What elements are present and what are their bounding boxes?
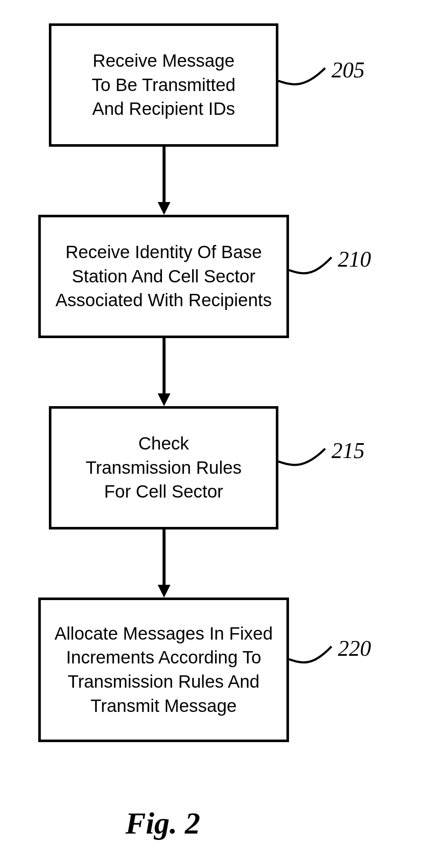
ref-label-2: 210 bbox=[338, 247, 371, 272]
arrow-1-2 bbox=[156, 147, 173, 215]
callout-4 bbox=[289, 642, 336, 676]
callout-3 bbox=[278, 444, 329, 478]
step-box-4-text: Allocate Messages In FixedIncrements Acc… bbox=[54, 622, 273, 718]
ref-label-3: 215 bbox=[332, 438, 365, 463]
ref-label-4: 220 bbox=[338, 636, 371, 661]
step-box-1-text: Receive MessageTo Be TransmittedAnd Reci… bbox=[92, 49, 235, 121]
svg-marker-1 bbox=[158, 202, 170, 215]
svg-marker-3 bbox=[158, 393, 170, 406]
step-box-3: CheckTransmission RulesFor Cell Sector bbox=[49, 406, 278, 529]
step-box-2: Receive Identity Of BaseStation And Cell… bbox=[38, 215, 289, 338]
step-box-4: Allocate Messages In FixedIncrements Acc… bbox=[38, 598, 289, 742]
step-box-3-text: CheckTransmission RulesFor Cell Sector bbox=[85, 432, 241, 504]
svg-marker-5 bbox=[158, 585, 170, 598]
callout-2 bbox=[289, 253, 336, 287]
figure-caption: Fig. 2 bbox=[125, 806, 200, 841]
flowchart-canvas: Receive MessageTo Be TransmittedAnd Reci… bbox=[0, 0, 425, 868]
callout-1 bbox=[278, 64, 329, 98]
arrow-2-3 bbox=[156, 338, 173, 406]
step-box-1: Receive MessageTo Be TransmittedAnd Reci… bbox=[49, 23, 278, 147]
ref-label-1: 205 bbox=[332, 57, 365, 83]
arrow-3-4 bbox=[156, 529, 173, 598]
step-box-2-text: Receive Identity Of BaseStation And Cell… bbox=[56, 240, 272, 313]
